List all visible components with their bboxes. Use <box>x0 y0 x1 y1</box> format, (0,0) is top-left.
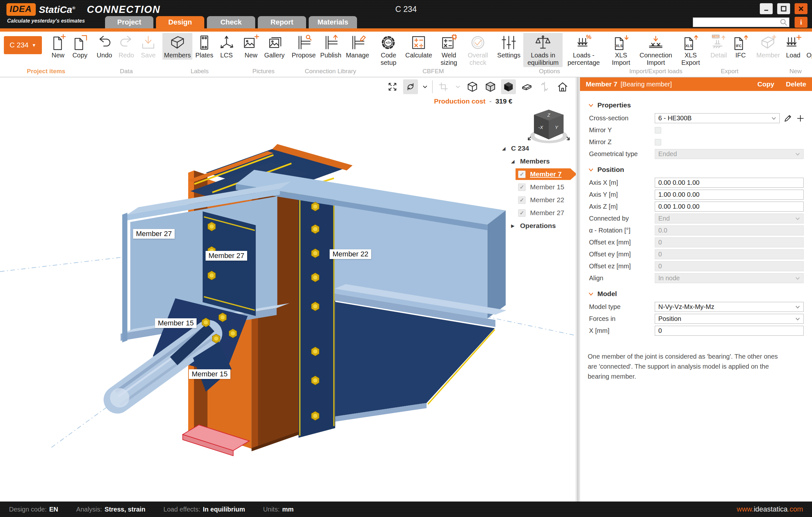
labels-lcs-toggle[interactable]: LCS <box>216 33 237 60</box>
website-link[interactable]: www.ideastatica.com <box>737 505 803 513</box>
publish-button[interactable]: Publish <box>319 33 343 60</box>
labels-plates-toggle[interactable]: Plates <box>194 33 215 60</box>
bearing-member-note: One member of the joint is considered as… <box>588 352 781 382</box>
tree-node-member-15[interactable]: ✓ Member 15 <box>500 181 576 193</box>
section-flip-button[interactable] <box>537 79 552 94</box>
delete-member-button[interactable]: Delete <box>786 80 806 88</box>
labels-members-toggle[interactable]: Members <box>163 33 192 60</box>
member-visibility-checkbox[interactable]: ✓ <box>518 209 526 217</box>
propose-connection-icon <box>295 34 312 51</box>
expander-icon[interactable]: ◢ <box>502 146 507 151</box>
section-properties[interactable]: Properties <box>588 101 804 109</box>
loads-in-equilibrium-toggle[interactable]: Loads in equilibrium <box>523 33 562 67</box>
ifc-export-button[interactable]: IFC IFC <box>730 33 751 60</box>
manage-button[interactable]: Manage <box>344 33 371 60</box>
xls-import-button[interactable]: XLS XLS Import <box>607 33 635 67</box>
axis-x-input[interactable]: 0.00 0.00 1.00 <box>655 178 804 188</box>
redo-button[interactable]: Redo <box>116 33 137 60</box>
x-position-label: X [mm] <box>588 327 655 334</box>
save-icon <box>140 34 156 51</box>
model-type-select[interactable]: N-Vy-Vz-Mx-My-Mz <box>655 302 804 312</box>
settings-button[interactable]: Settings <box>496 33 522 60</box>
zoom-fit-button[interactable] <box>385 79 400 94</box>
crop-view-button[interactable] <box>436 79 451 94</box>
redo-icon <box>118 34 135 51</box>
save-button[interactable]: Save <box>138 33 158 60</box>
gallery-button[interactable]: Gallery <box>263 33 286 60</box>
ifc-export-icon: IFC <box>732 34 749 51</box>
ribbon-group-new: Member Load Operation New <box>753 32 812 77</box>
copy-member-button[interactable]: Copy <box>757 80 774 88</box>
3d-viewport[interactable]: Member 27 Member 27 Member 22 Member 15 … <box>0 77 576 501</box>
tab-project[interactable]: Project <box>105 16 153 28</box>
loads-percentage-toggle[interactable]: % Loads - percentage <box>564 33 603 67</box>
close-button[interactable] <box>794 3 808 14</box>
xls-export-button[interactable]: XLS XLS Export <box>677 33 704 67</box>
tree-node-member-7[interactable]: ✓ Member 7 <box>500 168 576 181</box>
3d-model[interactable] <box>0 77 576 501</box>
home-view-button[interactable] <box>555 79 570 94</box>
axis-z-input[interactable]: 0.00 1.00 0.00 <box>655 201 804 212</box>
tab-check[interactable]: Check <box>207 16 255 28</box>
svg-text:BETA: BETA <box>712 35 720 38</box>
new-load-button[interactable]: Load <box>783 33 804 60</box>
expander-icon[interactable]: ▶ <box>511 223 516 228</box>
tree-node-project[interactable]: ◢ C 234 <box>500 142 576 155</box>
copy-project-item-button[interactable]: Copy <box>69 33 90 60</box>
chevron-down-icon <box>795 153 800 156</box>
expander-icon[interactable]: ◢ <box>511 159 516 164</box>
search-input[interactable] <box>693 18 779 26</box>
forces-in-select[interactable]: Position <box>655 314 804 324</box>
member-visibility-checkbox[interactable]: ✓ <box>518 171 526 178</box>
add-cross-section-button[interactable] <box>796 114 804 122</box>
weld-sizing-button[interactable]: Weld sizing <box>435 33 463 67</box>
solid-view-button[interactable] <box>501 79 516 94</box>
axis-y-input[interactable]: 1.00 0.00 0.00 <box>655 190 804 200</box>
member-visibility-checkbox[interactable]: ✓ <box>518 196 526 204</box>
svg-text:XLS: XLS <box>685 44 692 48</box>
search-box[interactable] <box>693 18 789 27</box>
detail-export-button[interactable]: BETA Detail <box>708 33 729 60</box>
plate-view-button[interactable] <box>519 79 534 94</box>
x-position-input[interactable]: 0 <box>655 326 804 336</box>
wireframe-view-button[interactable] <box>465 79 480 94</box>
info-button[interactable]: i <box>794 17 808 28</box>
panel-splitter[interactable] <box>576 77 580 501</box>
tab-report[interactable]: Report <box>258 16 306 28</box>
tree-node-members[interactable]: ◢ Members <box>500 155 576 168</box>
new-operation-button[interactable]: Operation <box>805 33 812 60</box>
maximize-button[interactable] <box>777 3 790 14</box>
rotate-options-chevron[interactable] <box>421 79 429 94</box>
connection-import-button[interactable]: Connection Import <box>636 33 675 67</box>
new-picture-button[interactable]: New <box>241 33 261 60</box>
minimize-button[interactable] <box>760 3 773 14</box>
section-position[interactable]: Position <box>588 166 804 173</box>
edit-cross-section-button[interactable] <box>784 114 792 123</box>
member-visibility-checkbox[interactable]: ✓ <box>518 184 526 191</box>
overall-check-button[interactable]: Overall check <box>464 33 492 67</box>
tree-node-member-27[interactable]: ✓ Member 27 <box>500 207 576 219</box>
shaded-edges-view-button[interactable] <box>483 79 498 94</box>
ribbon-group-export: BETA Detail IFC IFC Export <box>706 32 753 77</box>
offset-ey-label: Offset ey [mm] <box>588 251 655 258</box>
tab-materials[interactable]: Materials <box>309 16 357 28</box>
selected-member-highlight[interactable]: ✓ Member 7 <box>516 168 576 180</box>
cross-section-select[interactable]: 6 - HE300B <box>655 113 780 123</box>
new-project-item-button[interactable]: New <box>48 33 68 60</box>
project-item-selector[interactable]: C 234▼ <box>4 36 42 54</box>
offset-ez-label: Offset ez [mm] <box>588 263 655 270</box>
propose-button[interactable]: Propose <box>290 33 317 60</box>
crop-options-chevron[interactable] <box>454 79 462 94</box>
code-setup-button[interactable]: </> Code setup <box>375 33 402 67</box>
calculate-button[interactable]: Calculate <box>404 33 434 60</box>
mirror-y-checkbox[interactable] <box>655 127 661 134</box>
rotate-view-button[interactable] <box>403 79 418 94</box>
section-model[interactable]: Model <box>588 290 804 298</box>
tree-node-member-22[interactable]: ✓ Member 22 <box>500 193 576 207</box>
axis-x-label: Axis X [m] <box>588 179 655 186</box>
tab-design[interactable]: Design <box>156 16 204 28</box>
tree-node-operations[interactable]: ▶ Operations <box>500 219 576 232</box>
mirror-z-checkbox[interactable] <box>655 139 661 145</box>
undo-button[interactable]: Undo <box>94 33 115 60</box>
new-member-button[interactable]: Member <box>755 33 781 60</box>
